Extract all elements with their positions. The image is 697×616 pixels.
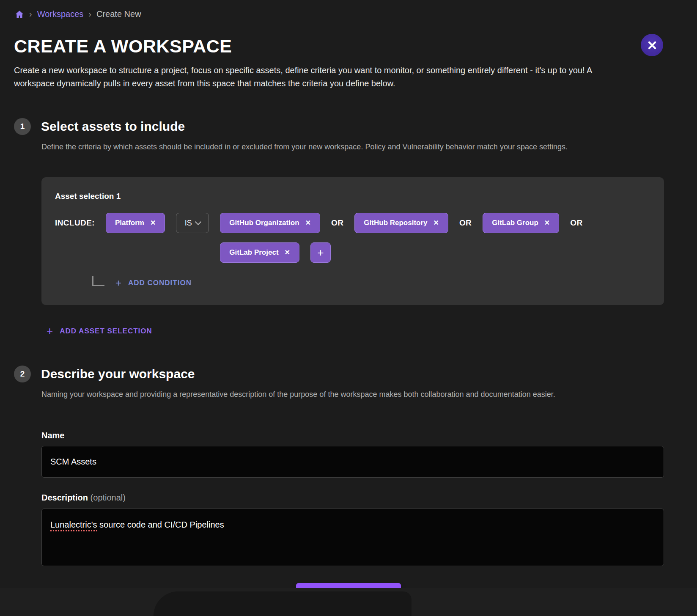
page-title: CREATE A WORKSPACE (14, 36, 697, 56)
page-intro: Create a new workspace to structure a pr… (14, 64, 602, 90)
plus-icon: + (115, 277, 122, 289)
breadcrumb: › Workspaces › Create New (15, 9, 697, 19)
description-label-text: Description (41, 493, 88, 502)
chip-label: GitHub Organization (229, 219, 299, 227)
add-condition-button[interactable]: + ADD CONDITION (115, 277, 192, 289)
home-icon[interactable] (15, 10, 24, 19)
add-asset-selection-button[interactable]: + ADD ASSET SELECTION (47, 324, 152, 338)
description-optional-label: (optional) (91, 493, 126, 502)
description-text: source code and CI/CD Pipelines (97, 520, 224, 529)
remove-icon[interactable]: ✕ (544, 220, 550, 226)
branch-connector-icon (92, 276, 104, 286)
remove-icon[interactable]: ✕ (150, 220, 156, 226)
breadcrumb-separator: › (88, 9, 91, 19)
add-value-button[interactable]: + (310, 242, 331, 263)
close-button[interactable] (641, 34, 663, 56)
step-2-header: 2 Describe your workspace (14, 366, 697, 382)
or-separator: OR (331, 218, 343, 228)
step-1-subtitle: Define the criteria by which assets shou… (41, 142, 646, 152)
name-input[interactable] (41, 446, 664, 478)
chip-label: GitLab Group (492, 219, 538, 227)
add-condition-row: + ADD CONDITION (92, 277, 650, 289)
description-label: Description (optional) (41, 493, 697, 503)
remove-icon[interactable]: ✕ (434, 220, 439, 226)
asset-selection-panel: Asset selection 1 INCLUDE: Platform ✕ IS… (41, 177, 664, 305)
or-separator: OR (570, 218, 582, 228)
step-1-badge: 1 (14, 118, 31, 135)
chip-label: GitLab Project (229, 248, 278, 257)
chip-label: Platform (115, 219, 144, 227)
description-textarea[interactable]: Lunalectric's source code and CI/CD Pipe… (41, 509, 664, 566)
condition-row: INCLUDE: Platform ✕ IS GitHub Organizati… (55, 213, 650, 263)
chip-github-repository[interactable]: GitHub Repository ✕ (354, 213, 448, 233)
name-label: Name (41, 431, 697, 440)
chip-platform[interactable]: Platform ✕ (106, 213, 165, 233)
chevron-down-icon (195, 219, 202, 226)
or-separator: OR (459, 218, 472, 228)
add-asset-selection-label: ADD ASSET SELECTION (60, 327, 152, 336)
step-2-badge: 2 (14, 366, 31, 382)
step-1-title: Select assets to include (41, 119, 185, 134)
chip-gitlab-group[interactable]: GitLab Group ✕ (483, 213, 559, 233)
step-1-header: 1 Select assets to include (14, 118, 697, 135)
step-2-subtitle: Naming your workspace and providing a re… (41, 389, 646, 399)
operator-label: IS (185, 219, 192, 228)
asset-selection-title: Asset selection 1 (55, 192, 650, 201)
remove-icon[interactable]: ✕ (305, 220, 311, 226)
plus-icon: + (317, 246, 324, 259)
remove-icon[interactable]: ✕ (285, 249, 290, 256)
include-label: INCLUDE: (55, 213, 95, 233)
misspelled-word: Lunalectric's (50, 520, 97, 529)
chip-label: GitHub Repository (364, 219, 427, 227)
value-chips-group: GitHub Organization ✕ OR GitHub Reposito… (220, 213, 650, 263)
add-condition-label: ADD CONDITION (128, 279, 192, 287)
chip-github-organization[interactable]: GitHub Organization ✕ (220, 213, 320, 233)
breadcrumb-current: Create New (96, 9, 141, 19)
operator-dropdown[interactable]: IS (176, 213, 209, 233)
bottom-shape-decoration (154, 591, 412, 616)
chip-gitlab-project[interactable]: GitLab Project ✕ (220, 242, 299, 263)
breadcrumb-separator: › (29, 9, 32, 19)
step-2-title: Describe your workspace (41, 367, 195, 381)
plus-icon: + (47, 324, 53, 338)
close-icon (648, 41, 657, 50)
breadcrumb-link-workspaces[interactable]: Workspaces (37, 9, 84, 19)
